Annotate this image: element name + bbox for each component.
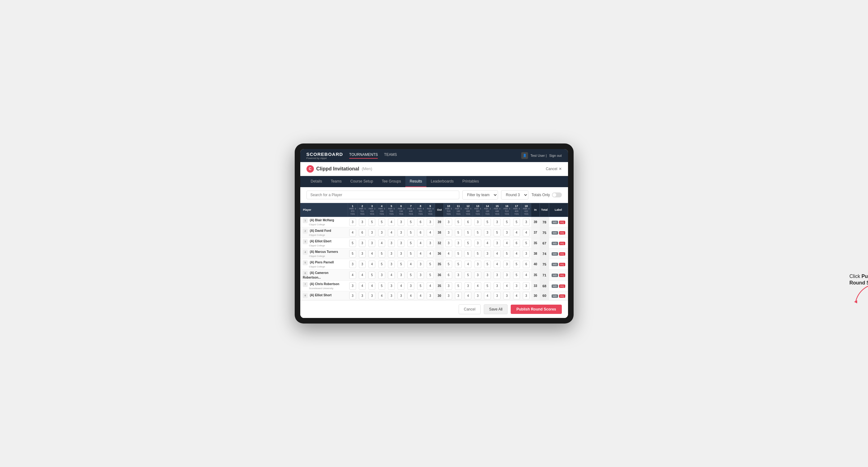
- score-cell-back-10[interactable]: [444, 281, 453, 291]
- score-cell-back-18[interactable]: [521, 291, 531, 300]
- score-cell-front-8[interactable]: [415, 259, 425, 270]
- score-cell-front-6[interactable]: [396, 270, 406, 281]
- score-input[interactable]: [465, 272, 471, 279]
- score-cell-front-6[interactable]: [396, 291, 406, 300]
- score-cell-front-6[interactable]: [396, 227, 406, 238]
- score-input[interactable]: [523, 292, 530, 299]
- score-cell-front-1[interactable]: [348, 238, 357, 249]
- wd-badge[interactable]: WD: [552, 284, 558, 288]
- score-cell-back-11[interactable]: [453, 238, 463, 249]
- score-input[interactable]: [427, 282, 434, 290]
- score-input[interactable]: [494, 282, 500, 290]
- dq-badge[interactable]: DQ: [559, 284, 565, 288]
- score-input[interactable]: [484, 292, 491, 299]
- score-input[interactable]: [359, 260, 366, 268]
- score-cell-back-15[interactable]: [492, 238, 502, 249]
- score-input[interactable]: [378, 229, 385, 237]
- tab-course-setup[interactable]: Course Setup: [346, 176, 377, 187]
- score-input[interactable]: [513, 260, 520, 268]
- round-select[interactable]: Round 3: [501, 190, 528, 199]
- score-cell-front-6[interactable]: [396, 259, 406, 270]
- score-cell-front-3[interactable]: [367, 270, 377, 281]
- score-input[interactable]: [398, 292, 404, 299]
- score-cell-front-4[interactable]: [377, 259, 386, 270]
- score-input[interactable]: [398, 282, 404, 290]
- score-cell-front-2[interactable]: [357, 217, 367, 227]
- score-input[interactable]: [523, 240, 530, 247]
- score-input[interactable]: [465, 282, 471, 290]
- score-input[interactable]: [407, 250, 414, 257]
- score-cell-front-3[interactable]: [367, 249, 377, 259]
- tab-details[interactable]: Details: [307, 176, 327, 187]
- score-cell-back-18[interactable]: [521, 217, 531, 227]
- score-input[interactable]: [445, 250, 452, 257]
- score-input[interactable]: [427, 218, 434, 226]
- score-input[interactable]: [417, 229, 424, 237]
- score-cell-back-17[interactable]: [512, 291, 521, 300]
- score-input[interactable]: [407, 218, 414, 226]
- score-input[interactable]: [359, 240, 366, 247]
- score-cell-front-4[interactable]: [377, 249, 386, 259]
- score-input[interactable]: [474, 250, 481, 257]
- nav-tournaments[interactable]: TOURNAMENTS: [349, 152, 378, 159]
- score-cell-front-3[interactable]: [367, 281, 377, 291]
- score-cell-back-18[interactable]: [521, 249, 531, 259]
- sign-out-link[interactable]: Sign out: [549, 154, 561, 157]
- score-cell-front-4[interactable]: [377, 238, 386, 249]
- score-input[interactable]: [359, 282, 366, 290]
- score-input[interactable]: [474, 260, 481, 268]
- score-cell-front-2[interactable]: [357, 227, 367, 238]
- score-cell-front-1[interactable]: [348, 291, 357, 300]
- score-cell-back-18[interactable]: [521, 281, 531, 291]
- score-input[interactable]: [494, 250, 500, 257]
- score-cell-back-16[interactable]: [502, 281, 512, 291]
- score-cell-back-13[interactable]: [473, 249, 483, 259]
- score-cell-front-6[interactable]: [396, 238, 406, 249]
- score-cell-front-1[interactable]: [348, 249, 357, 259]
- score-cell-back-17[interactable]: [512, 217, 521, 227]
- score-cell-back-18[interactable]: [521, 259, 531, 270]
- score-input[interactable]: [465, 292, 471, 299]
- score-input[interactable]: [455, 240, 462, 247]
- score-input[interactable]: [484, 218, 491, 226]
- score-input[interactable]: [417, 218, 424, 226]
- score-input[interactable]: [417, 292, 424, 299]
- score-cell-front-9[interactable]: [426, 217, 435, 227]
- score-input[interactable]: [368, 218, 375, 226]
- score-input[interactable]: [465, 229, 471, 237]
- score-input[interactable]: [513, 292, 520, 299]
- dq-badge[interactable]: DQ: [559, 252, 565, 256]
- score-cell-back-11[interactable]: [453, 249, 463, 259]
- score-input[interactable]: [349, 240, 356, 247]
- score-input[interactable]: [378, 250, 385, 257]
- score-cell-back-10[interactable]: [444, 270, 453, 281]
- score-cell-back-14[interactable]: [483, 270, 492, 281]
- score-cell-back-13[interactable]: [473, 259, 483, 270]
- score-input[interactable]: [407, 272, 414, 279]
- score-input[interactable]: [407, 282, 414, 290]
- score-cell-front-7[interactable]: [406, 270, 415, 281]
- score-input[interactable]: [417, 240, 424, 247]
- score-input[interactable]: [445, 260, 452, 268]
- score-cell-back-14[interactable]: [483, 238, 492, 249]
- score-input[interactable]: [503, 229, 510, 237]
- score-cell-front-7[interactable]: [406, 259, 415, 270]
- publish-round-scores-button[interactable]: Publish Round Scores: [511, 305, 561, 314]
- score-input[interactable]: [513, 218, 520, 226]
- score-cell-back-12[interactable]: [463, 249, 473, 259]
- score-input[interactable]: [474, 282, 481, 290]
- score-cell-front-3[interactable]: [367, 291, 377, 300]
- score-input[interactable]: [427, 229, 434, 237]
- score-cell-front-3[interactable]: [367, 217, 377, 227]
- score-input[interactable]: [523, 272, 530, 279]
- score-cell-front-1[interactable]: [348, 217, 357, 227]
- score-cell-back-17[interactable]: [512, 249, 521, 259]
- score-cell-back-10[interactable]: [444, 238, 453, 249]
- score-cell-back-18[interactable]: [521, 270, 531, 281]
- wd-badge[interactable]: WD: [552, 274, 558, 277]
- score-cell-back-12[interactable]: [463, 259, 473, 270]
- score-input[interactable]: [388, 218, 395, 226]
- score-cell-back-11[interactable]: [453, 291, 463, 300]
- score-cell-back-10[interactable]: [444, 227, 453, 238]
- score-input[interactable]: [445, 272, 452, 279]
